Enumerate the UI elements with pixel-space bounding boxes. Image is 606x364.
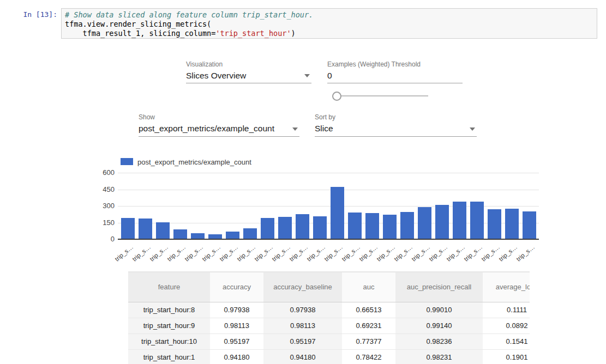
x-axis-baseline: [118, 239, 539, 240]
table-cell: 0.1901: [483, 349, 530, 364]
bar[interactable]: [400, 212, 414, 239]
metrics-table-container: feature accuracy accuracy_baseline auc a…: [128, 271, 530, 364]
bar[interactable]: [243, 228, 257, 239]
x-axis-tick-label: trip_s…: [288, 244, 309, 263]
table-row: trip_start_hour:10.941800.941800.784220.…: [128, 349, 530, 364]
threshold-input[interactable]: Examples (Weighted) Threshold 0: [327, 60, 463, 83]
threshold-slider[interactable]: [332, 92, 428, 100]
table-cell: 0.0892: [483, 318, 530, 333]
x-axis-tick-label: trip_s…: [271, 244, 291, 263]
x-axis-tick-label: trip_s…: [201, 244, 221, 263]
table-row: trip_start_hour:90.981130.981130.692310.…: [128, 318, 530, 333]
table-cell: 0.78422: [342, 349, 395, 364]
bar[interactable]: [365, 213, 379, 239]
slider-track[interactable]: [332, 95, 428, 96]
bar[interactable]: [348, 213, 362, 239]
bar[interactable]: [278, 217, 292, 239]
column-header-feature: feature: [128, 272, 210, 302]
x-axis-tick-label: trip_s…: [358, 244, 379, 263]
bar[interactable]: [296, 214, 309, 239]
legend-swatch-icon: [121, 158, 133, 165]
table-cell: 0.98236: [395, 333, 483, 349]
chevron-down-icon[interactable]: [292, 128, 298, 131]
table-cell: 0.97938: [210, 302, 263, 318]
column-header-auc-precision-recall: auc_precision_recall: [395, 272, 483, 302]
code-line-2: tfma.view.render_slicing_metrics(: [65, 20, 211, 28]
x-axis-tick-label: trip_s…: [113, 244, 134, 263]
code-comment: # Show data sliced along feature column …: [65, 10, 313, 19]
table-header-row: feature accuracy accuracy_baseline auc a…: [128, 272, 530, 302]
x-axis-tick-label: trip_s…: [131, 244, 152, 263]
bar[interactable]: [121, 218, 135, 239]
bar-chart-plot-area: [118, 173, 539, 239]
bar[interactable]: [261, 218, 274, 239]
slider-knob[interactable]: [332, 92, 341, 101]
x-axis-tick-label: trip_s…: [148, 244, 169, 263]
bar[interactable]: [139, 219, 152, 239]
bar[interactable]: [488, 209, 501, 239]
x-axis-tick-label: trip_s…: [166, 244, 187, 263]
sort-by-dropdown[interactable]: Sort by Slice: [315, 113, 477, 137]
bar[interactable]: [523, 211, 536, 239]
code-string-literal: 'trip_start_hour': [215, 29, 291, 38]
column-header-accuracy-baseline: accuracy_baseline: [263, 272, 342, 302]
table-cell: 0.1111: [483, 302, 530, 318]
bar[interactable]: [435, 205, 449, 239]
x-axis-tick-label: trip_s…: [445, 244, 466, 263]
table-cell: 0.66513: [342, 302, 395, 318]
table-cell: 0.1541: [483, 333, 530, 349]
show-label: Show: [139, 113, 299, 121]
table-cell: 0.94180: [210, 349, 263, 364]
column-header-accuracy: accuracy: [210, 272, 263, 302]
table-cell: trip_start_hour:8: [128, 302, 210, 318]
x-axis-tick-label: trip_s…: [515, 244, 536, 263]
bar[interactable]: [418, 207, 431, 239]
legend-label: post_export_metrics/example_count: [137, 158, 251, 166]
show-value: post_export_metrics/example_count: [139, 123, 299, 134]
x-axis-tick-label: trip_s…: [410, 244, 431, 263]
x-axis-tick-label: trip_s…: [183, 244, 204, 263]
x-axis-tick-label: trip_s…: [428, 244, 448, 263]
show-metric-dropdown[interactable]: Show post_export_metrics/example_count: [139, 113, 299, 137]
bar[interactable]: [331, 187, 344, 239]
x-axis-tick-label: trip_s…: [218, 244, 239, 263]
table-cell: 0.98113: [263, 318, 342, 333]
table-cell: 0.97938: [263, 302, 342, 318]
visualization-dropdown[interactable]: Visualization Slices Overview: [186, 60, 311, 83]
threshold-value[interactable]: 0: [327, 70, 463, 81]
bar[interactable]: [226, 232, 239, 239]
table-cell: 0.95197: [263, 333, 342, 349]
x-axis-tick-label: trip_s…: [463, 244, 483, 263]
bar[interactable]: [453, 202, 466, 239]
x-axis-tick-label: trip_s…: [375, 244, 396, 263]
bar[interactable]: [313, 216, 327, 239]
threshold-label: Examples (Weighted) Threshold: [327, 60, 463, 68]
x-axis-tick-label: trip_s…: [236, 244, 256, 263]
metrics-table: feature accuracy accuracy_baseline auc a…: [128, 271, 530, 364]
table-cell: trip_start_hour:1: [128, 349, 210, 364]
cell-prompt: In [13]:: [16, 10, 57, 19]
chevron-down-icon[interactable]: [470, 128, 475, 131]
bar[interactable]: [156, 222, 170, 239]
x-axis-tick-label: trip_s…: [393, 244, 413, 263]
column-header-average-loss: average_loss: [483, 272, 530, 302]
bar[interactable]: [173, 229, 187, 239]
y-axis-tick-label: 600: [86, 168, 115, 177]
bar[interactable]: [470, 202, 484, 239]
column-header-auc: auc: [342, 272, 395, 302]
code-line-3-prefix: tfma_result_1, slicing_column=: [65, 29, 215, 38]
bar[interactable]: [505, 209, 519, 239]
sort-by-label: Sort by: [315, 113, 477, 121]
table-cell: 0.99010: [395, 302, 483, 318]
gridline: [118, 173, 539, 173]
table-cell: 0.77377: [342, 333, 395, 349]
x-axis-tick-label: trip_s…: [340, 244, 361, 263]
chevron-down-icon[interactable]: [304, 74, 310, 77]
table-cell: 0.98113: [210, 318, 263, 333]
bar[interactable]: [383, 215, 397, 239]
x-axis-tick-label: trip_s…: [480, 244, 501, 263]
sort-by-value: Slice: [315, 123, 477, 134]
visualization-value: Slices Overview: [186, 70, 311, 81]
code-cell-input[interactable]: # Show data sliced along feature column …: [61, 8, 597, 39]
table-cell: 0.95197: [210, 333, 263, 349]
